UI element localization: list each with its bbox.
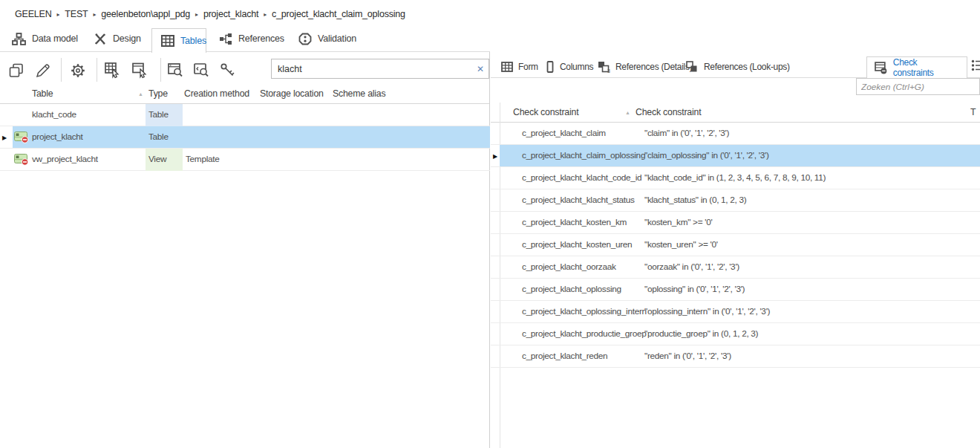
edit-button[interactable] [33, 61, 53, 80]
breadcrumb-segment[interactable]: geelenbeton\appl_pdg ▸ [101, 9, 203, 19]
tab-label: Validation [318, 33, 356, 44]
search-definition-button[interactable] [192, 61, 212, 80]
row-indicator-gutter [491, 323, 500, 345]
check-constraint-definition: "reden" in ('0', '1', '2', '3') [644, 345, 731, 367]
toolbar-separator [160, 58, 161, 82]
tab-design[interactable]: Design [89, 25, 146, 52]
selected-row-indicator-icon: ▶ [2, 134, 7, 140]
breadcrumb-label[interactable]: project_klacht [203, 9, 258, 19]
tab-label: References (Details) [615, 62, 692, 72]
constraint-search-input[interactable] [857, 82, 979, 92]
row-indicator-gutter [491, 301, 500, 322]
check-constraint-name: c_project_klacht_oplossing [522, 279, 621, 300]
tab-check-constraints[interactable]: Check constraints [866, 56, 967, 78]
tab-form[interactable]: Form [501, 56, 538, 77]
table-name: klacht_code [32, 104, 76, 126]
application-window: GEELEN ▸ TEST ▸ geelenbeton\appl_pdg ▸ p… [0, 0, 980, 448]
tab-references-lookups[interactable]: References (Look-ups) [686, 56, 790, 77]
detail-panel: Form Columns 3 References (Details) [491, 52, 980, 448]
check-constraint-name: c_project_klacht_oplossing_intern [522, 301, 647, 322]
tab-references-details[interactable]: 3 References (Details) [598, 56, 692, 77]
tab-label: Data model [32, 33, 78, 44]
window-search-icon [168, 62, 184, 79]
column-header-truncated[interactable]: T [970, 107, 976, 117]
edit-pencil-icon [36, 63, 50, 78]
breadcrumb-segment[interactable]: GEELEN ▸ [15, 9, 65, 19]
table-denied-icon [14, 132, 30, 143]
check-constraint-row[interactable]: c_project_klacht_reden "reden" in ('0', … [491, 345, 980, 368]
check-constraint-row[interactable]: c_project_klacht_oplossing_intern "oplos… [491, 301, 980, 323]
left-toolbar: ✕ [0, 52, 490, 83]
tab-data-model[interactable]: Data model [7, 25, 82, 52]
sort-ascending-icon: ▲ [138, 91, 143, 96]
table-row[interactable]: ▶ project_klacht Table [0, 126, 490, 149]
sort-ascending-icon: ▲ [625, 110, 630, 115]
breadcrumb-segment[interactable]: c_project_klacht_claim_oplossing ▸ [272, 9, 405, 19]
breadcrumb-segment[interactable]: TEST ▸ [65, 9, 101, 19]
breadcrumb-label[interactable]: TEST [65, 9, 88, 19]
breadcrumb-separator-icon: ▸ [57, 11, 60, 18]
check-constraint-definition: "claim_oplossing" in ('0', '1', '2', '3'… [644, 145, 769, 166]
check-constraint-definition: "oorzaak" in ('0', '1', '2', '3') [644, 256, 739, 278]
check-constraint-row[interactable]: c_project_klacht_klacht_code_id "klacht_… [491, 167, 980, 189]
check-constraint-definition: "oplossing_intern" in ('0', '1', '2', '3… [644, 301, 770, 322]
table-type-badge: Table [146, 104, 183, 126]
check-constraint-name: c_project_klacht_kosten_uren [522, 234, 632, 256]
clear-filter-icon[interactable]: ✕ [472, 64, 489, 74]
columns-icon [546, 61, 555, 73]
tab-tables[interactable]: Tables [151, 28, 206, 53]
svg-text:3: 3 [607, 68, 610, 74]
column-header-check-constraint-definition[interactable]: Check constraint [636, 107, 701, 117]
table-filter-box: ✕ [271, 59, 489, 79]
table-row[interactable]: vw_project_klacht View Template [0, 149, 490, 171]
breadcrumb-separator-icon: ▸ [195, 11, 198, 18]
check-constraint-definition: "klacht_status" in (0, 1, 2, 3) [644, 189, 746, 211]
main-tab-bar: Data model Design Tables References [0, 25, 980, 52]
column-header-creation-method[interactable]: Creation method [184, 88, 249, 99]
detail-tab-bar: Form Columns 3 References (Details) [491, 56, 980, 78]
column-header-storage-location[interactable]: Storage location [260, 88, 324, 99]
table-filter-input[interactable] [272, 64, 472, 74]
check-constraint-row[interactable]: c_project_klacht_kosten_uren "kosten_ure… [491, 234, 980, 256]
references-lookups-icon [686, 61, 699, 73]
breadcrumb-segment[interactable]: project_klacht ▸ [203, 9, 272, 19]
copy-button[interactable] [7, 61, 26, 80]
check-constraint-row[interactable]: c_project_klacht_claim "claim" in ('0', … [491, 123, 980, 145]
row-indicator-gutter [0, 104, 13, 126]
search-rows-button[interactable] [166, 61, 186, 80]
check-constraint-row[interactable]: c_project_klacht_kosten_km "kosten_km" >… [491, 212, 980, 234]
check-constraint-row[interactable]: c_project_klacht_oplossing "oplossing" i… [491, 279, 980, 301]
view-denied-icon [14, 154, 30, 166]
tab-label: Columns [560, 62, 593, 72]
column-header-check-constraint-name[interactable]: Check constraint [513, 107, 578, 117]
check-constraint-name: c_project_klacht_klacht_status [522, 189, 635, 211]
check-constraints-icon [875, 62, 888, 74]
check-constraint-row[interactable]: c_project_klacht_productie_groep "produc… [491, 323, 980, 345]
table-row[interactable]: klacht_code Table [0, 104, 490, 126]
breadcrumb-label[interactable]: GEELEN [15, 9, 52, 19]
check-constraint-definition: "kosten_uren" >= '0' [644, 234, 718, 256]
settings-button[interactable] [68, 61, 88, 80]
tab-overflow[interactable] [971, 59, 980, 76]
table-select-button[interactable] [103, 61, 122, 80]
row-indicator-gutter: ▶ [0, 126, 13, 148]
check-constraint-row[interactable]: c_project_klacht_oorzaak "oorzaak" in ('… [491, 256, 980, 279]
column-header-scheme-alias[interactable]: Scheme alias [333, 88, 385, 99]
column-header-type[interactable]: Type [148, 88, 168, 99]
check-constraint-name: c_project_klacht_oorzaak [522, 256, 616, 278]
key-button[interactable] [218, 61, 238, 80]
row-indicator-gutter [491, 345, 500, 367]
tables-panel: ✕ Table ▲ Type Creation method Storage l… [0, 52, 490, 448]
breadcrumb-label[interactable]: geelenbeton\appl_pdg [101, 9, 190, 19]
window-select-button[interactable] [131, 61, 150, 80]
breadcrumb-label[interactable]: c_project_klacht_claim_oplossing [272, 9, 405, 19]
check-constraint-row[interactable]: ▶ c_project_klacht_claim_oplossing "clai… [491, 145, 980, 167]
table-cursor-icon [105, 62, 121, 79]
selected-row-indicator-icon: ▶ [493, 152, 497, 159]
check-constraint-row[interactable]: c_project_klacht_klacht_status "klacht_s… [491, 189, 980, 212]
tab-validation[interactable]: Validation [294, 25, 361, 52]
tab-columns[interactable]: Columns [546, 56, 593, 77]
tab-references[interactable]: References [215, 25, 289, 52]
column-header-table[interactable]: Table [32, 88, 53, 99]
row-indicator-gutter [491, 212, 500, 233]
